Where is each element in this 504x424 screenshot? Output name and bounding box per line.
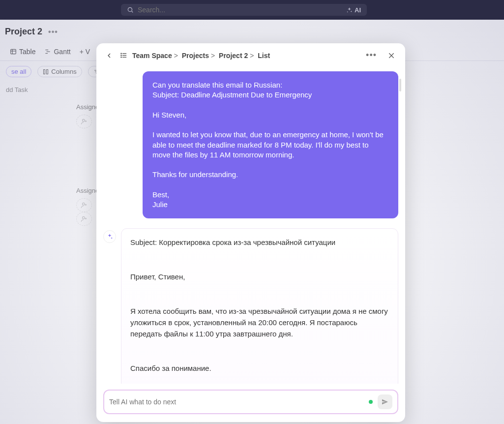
prompt-input[interactable] <box>109 398 364 406</box>
svg-point-25 <box>121 53 121 54</box>
breadcrumb-list[interactable]: List <box>258 52 270 60</box>
ai-modal: Team Space> Projects> Project 2> List ••… <box>96 43 405 422</box>
modal-body: Can you translate this email to Russian:… <box>96 65 405 384</box>
prompt-box[interactable] <box>103 390 398 414</box>
breadcrumb-project2[interactable]: Project 2 <box>219 52 248 60</box>
sparkle-icon <box>106 233 113 240</box>
svg-point-0 <box>128 7 132 11</box>
chevron-left-icon <box>105 52 113 60</box>
modal-menu-button[interactable]: ••• <box>363 48 380 62</box>
breadcrumb-team-space[interactable]: Team Space <box>132 52 172 60</box>
ai-avatar <box>103 230 116 243</box>
send-icon <box>381 398 389 406</box>
user-message: Can you translate this email to Russian:… <box>143 71 398 218</box>
modal-footer <box>96 384 405 422</box>
ai-search-button[interactable]: AI <box>343 6 361 14</box>
svg-point-27 <box>121 57 121 58</box>
breadcrumb: Team Space> Projects> Project 2> List <box>132 52 270 60</box>
close-button[interactable] <box>385 51 398 61</box>
ai-message: Subject: Корректировка срока из-за чрезв… <box>121 228 398 384</box>
ai-label: AI <box>355 6 361 14</box>
app-topbar: AI <box>0 0 504 20</box>
modal-overlay: Team Space> Projects> Project 2> List ••… <box>0 20 504 424</box>
ai-message-row: Subject: Корректировка срока из-за чрезв… <box>103 228 398 384</box>
send-button[interactable] <box>378 394 392 409</box>
svg-point-26 <box>121 55 121 56</box>
global-search[interactable]: AI <box>121 4 367 16</box>
background-page: Project 2 ••• Table Gantt + V se all Col… <box>0 20 504 424</box>
modal-header: Team Space> Projects> Project 2> List ••… <box>96 43 405 65</box>
status-indicator <box>369 400 373 404</box>
list-icon <box>120 52 127 59</box>
search-icon <box>127 6 134 13</box>
svg-line-1 <box>132 11 133 13</box>
close-icon <box>387 52 395 60</box>
search-input[interactable] <box>138 6 343 14</box>
back-button[interactable] <box>103 50 115 61</box>
breadcrumb-projects[interactable]: Projects <box>182 52 209 60</box>
sparkle-icon <box>346 7 353 13</box>
